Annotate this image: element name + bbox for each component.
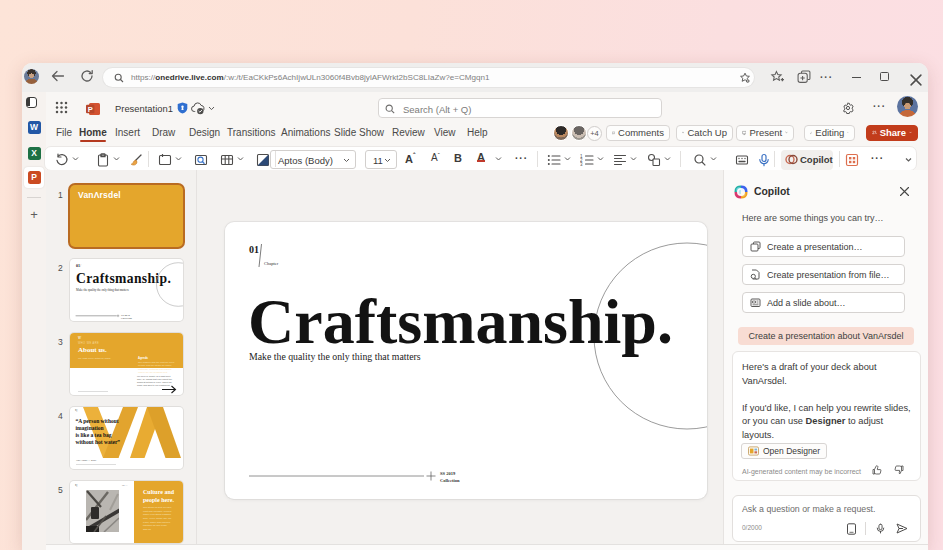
svg-text:P: P [88, 105, 93, 114]
svg-text:3: 3 [580, 161, 583, 166]
